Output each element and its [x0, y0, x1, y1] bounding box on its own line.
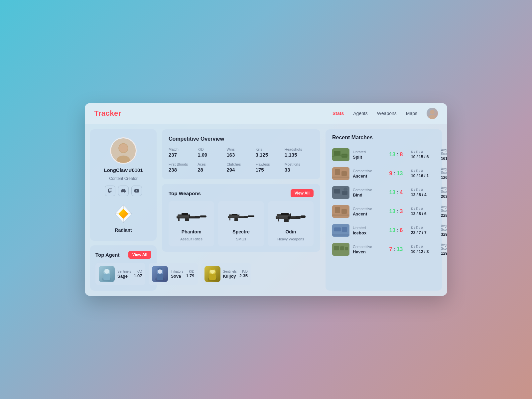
svg-rect-28: [185, 218, 189, 221]
spectre-type: SMGs: [236, 237, 246, 241]
nav-weapons[interactable]: Weapons: [377, 111, 397, 116]
stat-flawless-label: Flawless: [256, 162, 285, 166]
stat-clutches-value: 294: [226, 167, 255, 173]
stat-kd-value: 1.09: [198, 152, 226, 158]
svg-rect-38: [239, 214, 239, 218]
main-content: LongClaw #0101 Content Creator: [85, 124, 447, 296]
icebox-avg: Avg Score 329.5: [441, 224, 447, 237]
phantom-type: Assault Rifles: [180, 237, 202, 241]
matches-title: Recent Matches: [332, 135, 435, 141]
svg-rect-54: [332, 167, 349, 180]
agent-sage-info: Sentinels Sage: [117, 270, 131, 279]
icebox-kda: K / D / A 23 / 7 / 7: [411, 226, 438, 235]
social-icons: [105, 186, 142, 196]
bind-kda: K / D / A 13 / 8 / 4: [411, 188, 438, 197]
bind-score: 13 : 4: [384, 189, 408, 196]
svg-point-1: [429, 115, 436, 119]
top-agent-view-all-button[interactable]: View All: [128, 251, 151, 259]
stat-mostkills: Most Kills 33: [285, 162, 314, 173]
svg-rect-27: [182, 213, 188, 215]
ascent-loss-kda: K / D / A 10 / 16 / 1: [411, 169, 438, 178]
stat-firstbloods-label: First Bloods: [169, 162, 198, 166]
agents-list: Sentinels Sage K/D 1.07: [95, 263, 151, 285]
stat-headshots-value: 1,135: [285, 152, 314, 158]
youtube-icon[interactable]: [131, 186, 142, 196]
svg-rect-14: [103, 274, 110, 280]
nav-stats[interactable]: Stats: [332, 111, 344, 116]
svg-rect-72: [340, 246, 344, 250]
svg-rect-29: [177, 216, 195, 217]
split-mode: Unrated: [353, 150, 381, 154]
stat-wins-label: Wins: [226, 147, 255, 151]
svg-rect-31: [189, 214, 190, 218]
split-map: Split: [353, 155, 381, 160]
svg-rect-73: [345, 247, 348, 250]
svg-rect-62: [332, 205, 349, 218]
odin-type: Heavy Weapons: [277, 237, 304, 241]
weapon-phantom: Phantom Assault Rifles: [169, 201, 214, 246]
split-kda: K / D / A 10 / 15 / 6: [411, 150, 438, 159]
svg-rect-32: [178, 217, 180, 221]
svg-rect-55: [335, 169, 340, 175]
split-avg: Avg Score 161.5: [441, 148, 447, 161]
logo: Tracker: [94, 109, 121, 118]
ascent-loss-score: 9 : 13: [384, 170, 408, 177]
stat-match-value: 237: [169, 152, 198, 158]
match-haven: Competitive Haven 7 : 13 K / D / A 10 / …: [332, 240, 435, 259]
stats-title: Competitive Overview: [169, 136, 314, 142]
stat-kills: Kills 3,125: [256, 147, 285, 158]
match-haven-info: Competitive Haven: [353, 245, 381, 254]
stats-card: Competitive Overview Match 237 K/D 1.09 …: [162, 129, 320, 179]
sage-kd-label: K/D: [134, 270, 142, 273]
bind-avg: Avg Score 203.2: [441, 186, 447, 199]
stat-aces: Aces 28: [198, 162, 226, 173]
match-bind-info: Competitive Bind: [353, 188, 381, 198]
nav: Stats Agents Weapons Maps: [332, 108, 438, 119]
odin-name: Odin: [285, 229, 296, 234]
stats-grid: Match 237 K/D 1.09 Wins 163 Kills 3,125: [169, 147, 314, 173]
split-score: 13 : 8: [384, 151, 408, 158]
profile-card: LongClaw #0101 Content Creator: [90, 129, 157, 241]
match-icebox-thumb: [332, 224, 349, 237]
svg-rect-40: [232, 214, 237, 215]
discord-icon[interactable]: [118, 186, 129, 196]
match-bind-thumb: [332, 186, 349, 199]
svg-rect-68: [342, 227, 347, 232]
weapons-header: Top Weapons View All: [169, 189, 314, 197]
weapon-spectre: Spectre SMGs: [218, 201, 264, 246]
stat-mostkills-value: 33: [285, 167, 314, 173]
stat-firstbloods-value: 238: [169, 167, 198, 173]
spectre-image: [226, 206, 256, 226]
phantom-name: Phantom: [182, 229, 201, 234]
svg-rect-30: [200, 215, 206, 217]
stat-firstbloods: First Bloods 238: [169, 162, 198, 173]
profile-role: Content Creator: [109, 176, 137, 181]
match-icebox: Unrated Icebox 13 : 6 K / D / A 23 / 7 /…: [332, 221, 435, 240]
stat-wins-value: 163: [226, 152, 255, 158]
nav-agents[interactable]: Agents: [353, 111, 368, 116]
matches-card: Recent Matches Unrated Split: [326, 129, 442, 291]
match-split-info: Unrated Split: [353, 150, 381, 160]
match-ascent2-thumb: [332, 205, 349, 218]
sage-kd-val: 1.07: [134, 273, 142, 278]
stat-wins: Wins 163: [226, 147, 255, 158]
sage-kd: K/D 1.07: [134, 270, 142, 278]
twitch-icon[interactable]: [105, 186, 115, 196]
nav-maps[interactable]: Maps: [406, 111, 417, 116]
weapons-view-all-button[interactable]: View All: [291, 189, 314, 197]
match-ascent-loss-info: Competitive Ascent: [353, 169, 381, 179]
haven-kda: K / D / A 10 / 12 / 3: [411, 245, 438, 254]
stat-match: Match 237: [169, 147, 198, 158]
svg-rect-64: [341, 209, 347, 214]
spectre-name: Spectre: [232, 229, 249, 234]
svg-rect-71: [334, 246, 339, 250]
stat-flawless-value: 175: [256, 167, 285, 173]
haven-avg: Avg Score 129.6: [441, 243, 447, 256]
user-avatar[interactable]: [427, 108, 438, 119]
svg-rect-37: [228, 216, 244, 217]
avatar: [110, 137, 137, 164]
agent-sage-avatar: [99, 266, 115, 282]
svg-rect-48: [278, 217, 279, 221]
match-ascent-loss: Competitive Ascent 9 : 13 K / D / A 10 /…: [332, 164, 435, 183]
odin-image: [274, 206, 307, 226]
